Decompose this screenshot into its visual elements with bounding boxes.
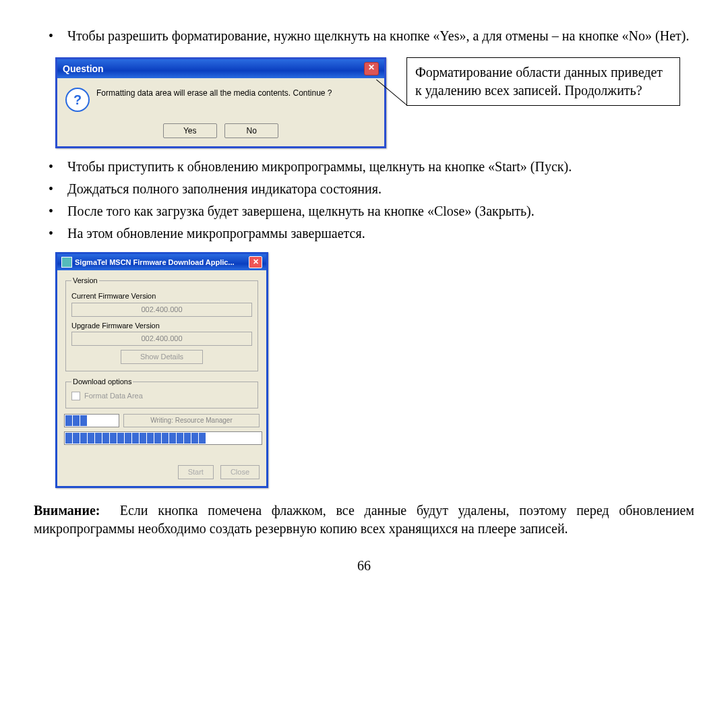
- progress-bar-1: [64, 414, 119, 427]
- app-icon: [61, 257, 72, 268]
- question-dialog: Question ✕ ? Formatting data area will e…: [55, 57, 386, 148]
- no-button[interactable]: No: [224, 123, 278, 138]
- list-item: Дождаться полного заполнения индикатора …: [34, 180, 694, 198]
- question-icon: ?: [65, 88, 90, 112]
- dialog-body: Version Current Firmware Version 002.400…: [57, 270, 266, 486]
- upgrade-fw-value: 002.400.000: [71, 332, 252, 346]
- list-item: После того как загрузка будет завершена,…: [34, 202, 694, 220]
- current-fw-value: 002.400.000: [71, 303, 252, 317]
- dialog-bottom-buttons: Start Close: [64, 465, 260, 479]
- dialog-body: ? Formatting data area will erase all th…: [57, 78, 384, 120]
- download-options-group: Download options Format Data Area: [65, 377, 258, 408]
- format-checkbox-label: Format Data Area: [84, 391, 143, 401]
- dialog-titlebar: SigmaTel MSCN Firmware Download Applic..…: [57, 254, 266, 270]
- format-checkbox-row: Format Data Area: [71, 391, 252, 401]
- dialog-message: Formatting data area will erase all the …: [96, 88, 332, 98]
- figure-row: Question ✕ ? Formatting data area will e…: [55, 57, 694, 148]
- format-checkbox[interactable]: [71, 392, 80, 400]
- yes-button[interactable]: Yes: [163, 123, 217, 138]
- progress-row1: Writing: Resource Manager: [64, 414, 260, 427]
- version-legend: Version: [71, 276, 99, 286]
- upgrade-fw-label: Upgrade Firmware Version: [71, 321, 252, 331]
- page-number: 66: [34, 557, 694, 575]
- download-options-legend: Download options: [71, 377, 133, 387]
- dialog-title: Question: [63, 63, 104, 75]
- close-icon[interactable]: ✕: [249, 256, 262, 268]
- svg-text:?: ?: [73, 92, 82, 107]
- list-item: Чтобы приступить к обновлению микропрогр…: [34, 158, 694, 176]
- callout-box: Форматирование области данных приведет к…: [406, 57, 680, 106]
- warning-paragraph: Внимание: Если кнопка помечена флажком, …: [34, 502, 694, 538]
- list-item: На этом обновление микропрограммы заверш…: [34, 224, 694, 243]
- version-group: Version Current Firmware Version 002.400…: [65, 276, 258, 371]
- status-text: Writing: Resource Manager: [123, 414, 260, 427]
- show-details-button: Show Details: [121, 350, 203, 364]
- warning-label: Внимание:: [34, 503, 100, 518]
- list-item: Чтобы разрешить форматирование, нужно ще…: [34, 27, 694, 45]
- start-button: Start: [178, 465, 214, 479]
- warning-text: Если кнопка помечена флажком, все данные…: [34, 503, 694, 536]
- close-button: Close: [220, 465, 260, 479]
- callout-text: Форматирование области данных приведет к…: [415, 65, 663, 98]
- dialog-buttons: Yes No: [57, 120, 384, 146]
- dialog-title: SigmaTel MSCN Firmware Download Applic..…: [75, 257, 246, 268]
- dialog-titlebar: Question ✕: [57, 59, 384, 78]
- sigmatel-dialog: SigmaTel MSCN Firmware Download Applic..…: [55, 252, 268, 488]
- bullet-list-mid: Чтобы приступить к обновлению микропрогр…: [34, 158, 694, 243]
- bullet-list-top: Чтобы разрешить форматирование, нужно ще…: [34, 27, 694, 45]
- close-icon[interactable]: ✕: [364, 62, 379, 75]
- progress-bar-2: [64, 431, 262, 445]
- current-fw-label: Current Firmware Version: [71, 291, 252, 301]
